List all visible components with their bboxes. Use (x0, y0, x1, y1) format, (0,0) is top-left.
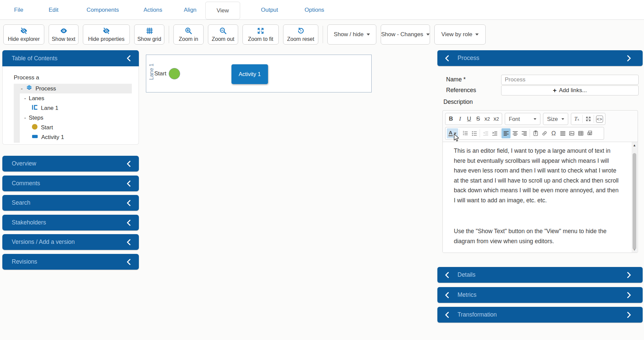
panel-comments-label: Comments (12, 180, 40, 187)
menu-edit[interactable]: Edit (49, 0, 58, 20)
menu-file[interactable]: File (14, 0, 23, 20)
strikethrough-button[interactable]: S (474, 114, 483, 124)
start-node[interactable] (169, 68, 180, 79)
increase-indent-button[interactable] (490, 128, 499, 138)
properties-panel-header[interactable]: Process (437, 50, 643, 66)
subscript-button[interactable]: x2 (483, 114, 492, 124)
chevron-left-icon[interactable] (445, 312, 449, 318)
name-input[interactable] (501, 75, 639, 85)
chevron-right-icon[interactable] (627, 312, 631, 318)
collapse-toggle[interactable]: - (24, 95, 26, 102)
text-color-button[interactable]: A (447, 128, 458, 138)
menu-actions[interactable]: Actions (144, 0, 162, 20)
chevron-right-icon[interactable] (627, 272, 631, 278)
paste-text-button[interactable] (531, 128, 540, 138)
panel-comments[interactable]: Comments (2, 176, 139, 191)
zoom-to-fit-button[interactable]: Zoom to fit (243, 24, 279, 45)
menu-components[interactable]: Components (87, 0, 119, 20)
collapse-toggle[interactable]: - (21, 85, 23, 92)
chevron-left-icon[interactable] (126, 239, 131, 246)
scroll-down-arrow[interactable]: ▼ (632, 247, 637, 253)
show-hide-label: Show / hide (334, 31, 364, 38)
section-metrics-label: Metrics (458, 291, 476, 298)
chevron-left-icon[interactable] (445, 55, 449, 62)
panel-stakeholders[interactable]: Stakeholders (2, 215, 139, 230)
tx-x: x (577, 117, 579, 121)
chevron-left-icon[interactable] (126, 180, 131, 187)
chevron-right-icon[interactable] (627, 292, 631, 298)
add-links-button[interactable]: + Add links... (501, 85, 639, 95)
print-button[interactable] (585, 128, 594, 138)
size-dropdown[interactable]: Size (543, 113, 568, 125)
insert-image-button[interactable] (567, 128, 576, 138)
zoom-in-button[interactable]: Zoom in (173, 24, 204, 45)
panel-revisions[interactable]: Revisions (2, 254, 139, 270)
chevron-left-icon[interactable] (126, 55, 131, 62)
toc-document-label[interactable]: Process a (14, 74, 39, 81)
scrollbar-thumb[interactable] (633, 153, 636, 250)
italic-button[interactable]: I (455, 114, 465, 124)
hide-properties-button[interactable]: Hide properties (83, 24, 130, 45)
hide-explorer-button[interactable]: Hide explorer (3, 24, 44, 45)
toolbar-divider (169, 26, 169, 43)
diagram-lane[interactable]: Lane 1 Start Activity 1 (146, 55, 372, 92)
menu-view-active-tab[interactable]: View (205, 2, 240, 19)
zoom-out-button[interactable]: Zoom out (208, 24, 238, 45)
chevron-left-icon[interactable] (126, 219, 131, 226)
tree-item-steps[interactable]: - Steps (20, 113, 132, 123)
chevron-right-icon[interactable] (627, 55, 631, 62)
scroll-up-arrow[interactable]: ▲ (632, 142, 637, 148)
view-by-role-dropdown[interactable]: View by role (434, 24, 486, 45)
link-icon (541, 130, 548, 136)
panel-versions-label: Versions / Add a version (12, 239, 75, 246)
decrease-indent-button[interactable] (481, 128, 490, 138)
section-metrics[interactable]: Metrics (437, 287, 643, 303)
menu-align[interactable]: Align (184, 0, 197, 20)
tree-item-activity1[interactable]: Activity 1 (20, 132, 132, 142)
remove-format-button[interactable]: Tx (572, 114, 581, 124)
section-transformation[interactable]: Transformation (437, 307, 643, 323)
menu-options[interactable]: Options (305, 0, 324, 20)
show-text-button[interactable]: Show text (49, 24, 78, 45)
tree-item-lanes[interactable]: - Lanes (20, 93, 132, 103)
chevron-left-icon[interactable] (126, 160, 131, 167)
zoom-reset-button[interactable]: Zoom reset (283, 24, 318, 45)
collapse-toggle[interactable]: - (24, 115, 26, 121)
font-dropdown[interactable]: Font (505, 113, 540, 125)
align-center-button[interactable] (511, 128, 520, 138)
show-hide-dropdown[interactable]: Show / hide (327, 24, 376, 45)
section-details[interactable]: Details (437, 267, 643, 283)
special-character-button[interactable]: Ω (549, 128, 558, 138)
panel-overview[interactable]: Overview (2, 156, 139, 172)
bulleted-list-button[interactable] (470, 128, 479, 138)
chevron-left-icon[interactable] (126, 200, 131, 206)
underline-button[interactable]: U (465, 114, 474, 124)
tree-item-start[interactable]: Start (20, 123, 132, 132)
bold-button[interactable]: B (446, 114, 455, 124)
editor-scrollbar[interactable]: ▲ ▼ (632, 142, 637, 253)
menu-output[interactable]: Output (261, 0, 278, 20)
panel-versions[interactable]: Versions / Add a version (2, 234, 139, 250)
numbered-list-button[interactable] (461, 128, 470, 138)
superscript-button[interactable]: x2 (492, 114, 501, 124)
show-changes-dropdown[interactable]: Show - Changes (381, 24, 430, 45)
panel-search[interactable]: Search (2, 195, 139, 211)
tree-item-process[interactable]: - Process (14, 84, 132, 93)
link-button[interactable] (540, 128, 549, 138)
align-justify-button[interactable] (558, 128, 567, 138)
align-left-button[interactable] (501, 128, 511, 138)
activity-node[interactable]: Activity 1 (231, 64, 268, 84)
show-grid-button[interactable]: Show grid (134, 24, 164, 45)
align-right-button[interactable] (520, 128, 529, 138)
maximize-button[interactable] (584, 114, 593, 124)
chevron-left-icon[interactable] (126, 259, 131, 265)
tree-item-lane1[interactable]: Lane 1 (20, 103, 132, 113)
view-toolbar: Hide explorer Show text Hide properties … (3, 24, 486, 45)
section-transformation-label: Transformation (458, 311, 497, 318)
source-button[interactable]: <> (595, 114, 604, 124)
toc-panel-header[interactable]: Table of Contents (2, 50, 139, 66)
description-editable-area[interactable]: This is an editor field, I want to type … (443, 142, 638, 253)
insert-table-button[interactable] (576, 128, 585, 138)
chevron-left-icon[interactable] (445, 272, 449, 278)
chevron-left-icon[interactable] (445, 292, 449, 298)
